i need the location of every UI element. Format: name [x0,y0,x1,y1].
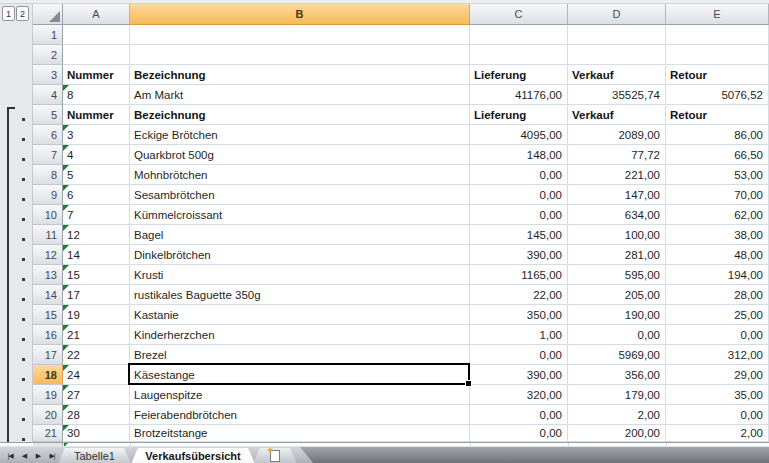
cell-B17[interactable]: Brezel [130,345,470,365]
row-header-20[interactable]: 20 [33,405,63,425]
cell-E3[interactable]: Retour [666,65,769,85]
cell-D8[interactable]: 221,00 [568,165,666,185]
cell-A8[interactable]: 5 [63,165,130,185]
row-header-9[interactable]: 9 [33,185,63,205]
cell-A21[interactable]: 30 [63,425,130,442]
row-header-21[interactable]: 21 [33,425,63,442]
cell-D14[interactable]: 205,00 [568,285,666,305]
cell-D4[interactable]: 35525,74 [568,85,666,105]
cell-B5[interactable]: Bezeichnung [130,105,470,125]
cell-D17[interactable]: 5969,00 [568,345,666,365]
cell-E7[interactable]: 66,50 [666,145,769,165]
cell-E13[interactable]: 194,00 [666,265,769,285]
cell-D16[interactable]: 0,00 [568,325,666,345]
outline-level-1-button[interactable]: 1 [2,6,15,21]
cell-D10[interactable]: 634,00 [568,205,666,225]
cell-D13[interactable]: 595,00 [568,265,666,285]
cell-E6[interactable]: 86,00 [666,125,769,145]
cell-A15[interactable]: 19 [63,305,130,325]
cell-A6[interactable]: 3 [63,125,130,145]
cell-C15[interactable]: 350,00 [470,305,568,325]
cell-B12[interactable]: Dinkelbrötchen [130,245,470,265]
cell-C11[interactable]: 145,00 [470,225,568,245]
row-header-13[interactable]: 13 [33,265,63,285]
cell-D11[interactable]: 100,00 [568,225,666,245]
select-all-corner[interactable] [33,4,63,25]
row-header-12[interactable]: 12 [33,245,63,265]
row-header-7[interactable]: 7 [33,145,63,165]
cell-A16[interactable]: 21 [63,325,130,345]
cell-B7[interactable]: Quarkbrot 500g [130,145,470,165]
cell-B1[interactable] [130,25,470,45]
cell-D6[interactable]: 2089,00 [568,125,666,145]
cell-E18[interactable]: 29,00 [666,365,769,385]
cell-A12[interactable]: 14 [63,245,130,265]
cell-D7[interactable]: 77,72 [568,145,666,165]
cell-E15[interactable]: 25,00 [666,305,769,325]
cell-E16[interactable]: 0,00 [666,325,769,345]
cell-B19[interactable]: Laugenspitze [130,385,470,405]
cell-B2[interactable] [130,45,470,65]
row-header-16[interactable]: 16 [33,325,63,345]
first-sheet-button[interactable]: |◀ [4,449,16,462]
cell-B13[interactable]: Krusti [130,265,470,285]
cell-C10[interactable]: 0,00 [470,205,568,225]
cell-D1[interactable] [568,25,666,45]
cell-A7[interactable]: 4 [63,145,130,165]
cell-C18[interactable]: 390,00 [470,365,568,385]
column-header-A[interactable]: A [63,4,130,25]
previous-sheet-button[interactable]: ◀ [18,449,30,462]
sheet-tab-verkaufsuebersicht[interactable]: Verkaufsübersicht [131,448,255,463]
column-header-D[interactable]: D [568,4,666,25]
cell-C4[interactable]: 41176,00 [470,85,568,105]
column-header-B[interactable]: B [130,4,470,25]
row-header-15[interactable]: 15 [33,305,63,325]
cell-D9[interactable]: 147,00 [568,185,666,205]
row-header-6[interactable]: 6 [33,125,63,145]
cell-B15[interactable]: Kastanie [130,305,470,325]
cell-C12[interactable]: 390,00 [470,245,568,265]
cell-E9[interactable]: 70,00 [666,185,769,205]
cell-A9[interactable]: 6 [63,185,130,205]
cell-E12[interactable]: 48,00 [666,245,769,265]
cell-B21[interactable]: Brotzeitstange [130,425,470,442]
cell-D19[interactable]: 179,00 [568,385,666,405]
cell-B3[interactable]: Bezeichnung [130,65,470,85]
cell-E19[interactable]: 35,00 [666,385,769,405]
cell-C6[interactable]: 4095,00 [470,125,568,145]
cell-A3[interactable]: Nummer [63,65,130,85]
cell-B6[interactable]: Eckige Brötchen [130,125,470,145]
cell-D2[interactable] [568,45,666,65]
cell-D15[interactable]: 190,00 [568,305,666,325]
cell-D3[interactable]: Verkauf [568,65,666,85]
column-header-C[interactable]: C [470,4,568,25]
cell-C20[interactable]: 0,00 [470,405,568,425]
cell-A1[interactable] [63,25,130,45]
cell-D18[interactable]: 356,00 [568,365,666,385]
cell-C19[interactable]: 320,00 [470,385,568,405]
row-header-10[interactable]: 10 [33,205,63,225]
cell-C5[interactable]: Lieferung [470,105,568,125]
cell-D21[interactable]: 200,00 [568,425,666,442]
cell-E8[interactable]: 53,00 [666,165,769,185]
cell-C17[interactable]: 0,00 [470,345,568,365]
next-sheet-button[interactable]: ▶ [32,449,44,462]
cell-C21[interactable]: 0,00 [470,425,568,442]
cell-A2[interactable] [63,45,130,65]
cell-B10[interactable]: Kümmelcroissant [130,205,470,225]
cell-C16[interactable]: 1,00 [470,325,568,345]
outline-level-2-button[interactable]: 2 [16,6,29,21]
outline-group-bracket[interactable] [7,107,9,450]
cell-E21[interactable]: 2,00 [666,425,769,442]
cell-E20[interactable]: 0,00 [666,405,769,425]
cell-C13[interactable]: 1165,00 [470,265,568,285]
cell-E5[interactable]: Retour [666,105,769,125]
cell-D5[interactable]: Verkauf [568,105,666,125]
cell-A5[interactable]: Nummer [63,105,130,125]
cell-C1[interactable] [470,25,568,45]
column-header-E[interactable]: E [666,4,769,25]
row-header-11[interactable]: 11 [33,225,63,245]
row-header-5[interactable]: 5 [33,105,63,125]
cell-A14[interactable]: 17 [63,285,130,305]
sheet-tab-tabelle1[interactable]: Tabelle1 [58,448,131,463]
